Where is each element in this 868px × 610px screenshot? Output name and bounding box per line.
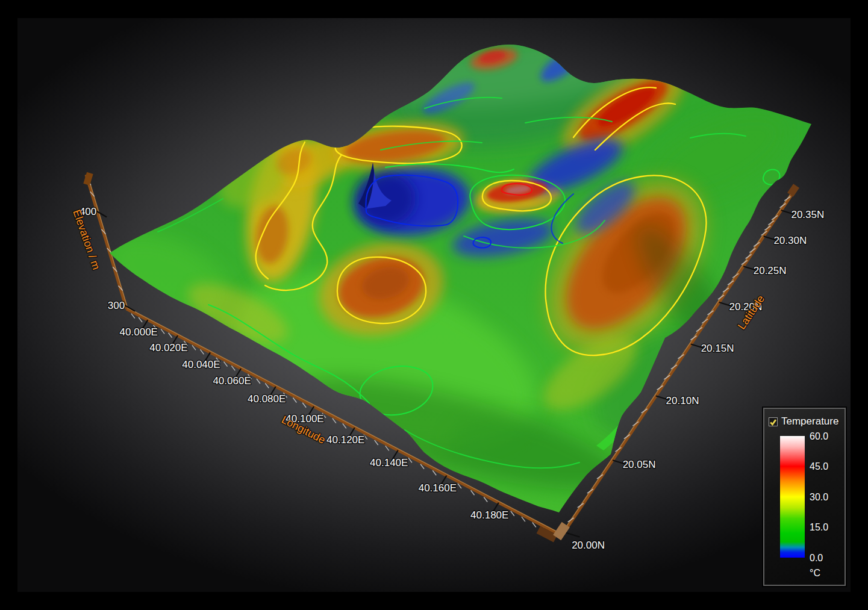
longitude-tick-label: 40.040E bbox=[182, 359, 220, 370]
elevation-axis-cap bbox=[83, 172, 93, 185]
latitude-tick-label: 20.30N bbox=[773, 235, 807, 246]
plot-3d-viewport[interactable]: 40.000E40.020E40.040E40.060E40.080E40.10… bbox=[0, 0, 868, 610]
longitude-tick-label: 40.060E bbox=[213, 375, 251, 387]
legend-title: Temperature bbox=[781, 415, 838, 428]
latitude-tick-label: 20.15N bbox=[701, 343, 734, 354]
latitude-axis-top-cap bbox=[787, 184, 799, 197]
latitude-tick-label: 20.10N bbox=[666, 395, 699, 406]
colorbar-tick-label: 45.0 bbox=[810, 461, 843, 472]
longitude-tick-label: 40.140E bbox=[370, 457, 408, 468]
colorbar-tick-label: 30.0 bbox=[810, 492, 843, 503]
longitude-tick-label: 40.180E bbox=[470, 509, 508, 521]
colorbar-unit-label: °C bbox=[810, 568, 843, 579]
checkmark-icon bbox=[769, 419, 777, 426]
colorbar-tick-label: 60.0 bbox=[810, 431, 843, 442]
longitude-tick-label: 40.160E bbox=[419, 482, 457, 494]
colorbar-tick-label: 0.0 bbox=[810, 553, 843, 564]
latitude-tick-label: 20.00N bbox=[572, 540, 605, 551]
latitude-tick-label: 20.25N bbox=[754, 265, 787, 276]
latitude-tick-label: 20.05N bbox=[623, 459, 656, 470]
latitude-tick-label: 20.35N bbox=[791, 209, 824, 220]
longitude-tick-label: 40.120E bbox=[326, 434, 364, 446]
legend-panel[interactable]: Temperature 60.0 45.0 30.0 15.0 0.0 °C bbox=[763, 408, 846, 586]
terrain-surface[interactable] bbox=[93, 24, 811, 513]
longitude-tick-label: 40.000E bbox=[120, 326, 158, 338]
colorbar-tick-label: 15.0 bbox=[810, 522, 843, 533]
legend-checkbox[interactable] bbox=[769, 417, 778, 426]
elevation-tick-label: 300 bbox=[108, 300, 125, 311]
longitude-tick-label: 40.020E bbox=[149, 342, 187, 353]
latitude-major-tick bbox=[564, 532, 580, 537]
longitude-tick-label: 40.080E bbox=[248, 393, 286, 405]
temperature-colorbar bbox=[780, 436, 805, 558]
